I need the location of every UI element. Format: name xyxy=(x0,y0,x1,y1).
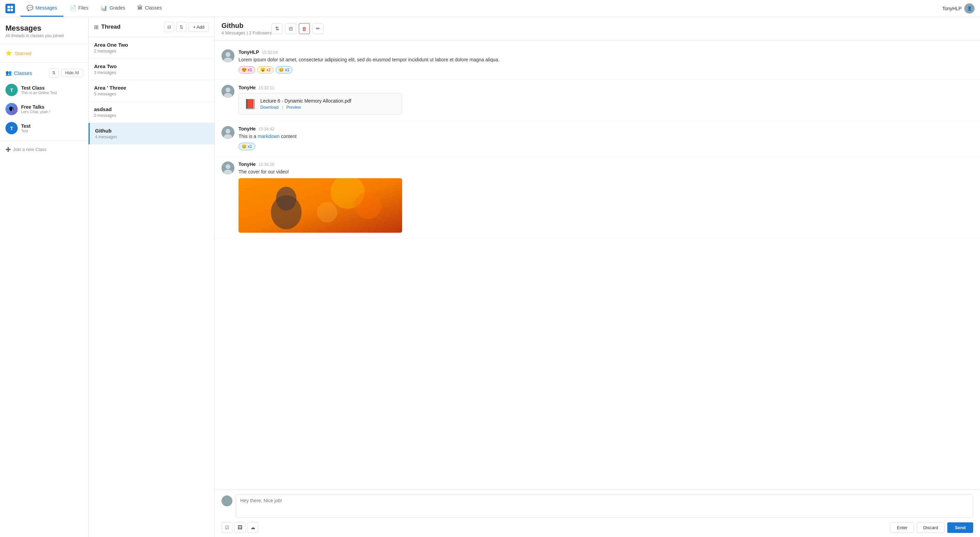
msg-body-1: TonyHLP 15:32:04 Lorem ipsum dolor sit a… xyxy=(239,49,973,74)
message-header: Github 4 Messages | 2 Followers ⇅ ⊟ 🗑 ✏ xyxy=(215,17,980,41)
msg-author-line-4: TonyHe 15:36:28 xyxy=(239,162,973,167)
app-logo[interactable] xyxy=(5,4,15,13)
class-item-test[interactable]: T Test Test xyxy=(0,119,88,138)
files-icon: 📄 xyxy=(70,5,76,11)
msg-author-line-2: TonyHe 15:33:11 xyxy=(239,85,973,90)
reaction-badge-smile[interactable]: 😊 x1 xyxy=(276,66,293,74)
msg-text-3: This is a markdown content xyxy=(239,133,973,140)
thread-count: 3 messages xyxy=(94,70,209,75)
tab-messages[interactable]: 💬 Messages xyxy=(21,0,64,17)
msg-markdown-link[interactable]: markdown xyxy=(258,133,280,139)
compose-input-wrap xyxy=(236,494,973,519)
message-header-info: Github 4 Messages | 2 Followers xyxy=(221,22,272,35)
class-item-test-class[interactable]: T Test Class This is an Online Test xyxy=(0,80,88,100)
msg-author-line-3: TonyHe 15:34:42 xyxy=(239,126,973,132)
file-attachment: 📕 Lecture 6 - Dynamic Memory Allocation.… xyxy=(239,93,402,115)
file-info: Lecture 6 - Dynamic Memory Allocation.pd… xyxy=(260,98,351,110)
user-avatar[interactable]: 👤 xyxy=(964,3,975,14)
reaction-badge-wow[interactable]: 😮 x2 xyxy=(257,66,274,74)
classes-sort-button[interactable]: ⇅ xyxy=(49,68,59,78)
thread-sort-btn[interactable]: ⇅ xyxy=(176,22,186,32)
msg-text-1: Lorem ipsum dolor sit amet, consectetur … xyxy=(239,56,973,64)
thread-item-asdsad[interactable]: asdsad 0 messages xyxy=(89,102,214,123)
thread-count: 2 messages xyxy=(94,49,209,54)
sidebar: Messages All threads in classes you join… xyxy=(0,17,89,537)
class-avatar-free-talks: 🗣 xyxy=(5,103,18,115)
msg-time-4: 15:36:28 xyxy=(258,162,274,167)
thread-grid-icon: ⊞ xyxy=(94,24,99,30)
main-nav: 💬 Messages 📄 Files 📊 Grades 🏛 Classes xyxy=(21,0,168,17)
svg-point-8 xyxy=(226,87,230,92)
tab-classes[interactable]: 🏛 Classes xyxy=(131,0,168,17)
grades-icon: 📊 xyxy=(100,5,107,11)
thread-name: Area ' Threee xyxy=(94,85,209,91)
msg-avatar-1 xyxy=(221,49,234,62)
join-class-label: Join a new Class xyxy=(13,147,46,152)
compose-checklist-btn[interactable]: ☑ xyxy=(221,522,232,533)
compose-upload-btn[interactable]: ☁ xyxy=(247,522,258,533)
class-name: Test Class xyxy=(21,85,83,91)
compose-row xyxy=(221,494,973,519)
thread-count: 0 messages xyxy=(94,113,209,118)
msg-author-line-1: TonyHLP 15:32:04 xyxy=(239,49,973,55)
hide-all-button[interactable]: Hide All xyxy=(61,69,83,77)
file-preview-link[interactable]: Preview xyxy=(286,105,301,110)
thread-item-area-one-two[interactable]: Area One Two 2 messages xyxy=(89,37,214,59)
thread-header: ⊞ Thread ⊟ ⇅ + Add xyxy=(89,17,214,37)
join-class-item[interactable]: ➕ Join a new Class xyxy=(0,143,88,156)
compose-input[interactable] xyxy=(236,494,973,518)
thread-view-btn[interactable]: ⊟ xyxy=(164,22,174,32)
thread-item-area-two[interactable]: Area Two 3 messages xyxy=(89,59,214,80)
send-button[interactable]: Send xyxy=(947,522,973,533)
sidebar-divider-3 xyxy=(0,140,88,141)
class-item-free-talks[interactable]: 🗣 Free Talks Let's Chat, yeah ! xyxy=(0,100,88,119)
reaction-badge-smile-3[interactable]: 😊 x1 xyxy=(239,143,255,150)
reaction-badge-heart[interactable]: 😍 x1 xyxy=(239,66,255,74)
thread-item-area-threee[interactable]: Area ' Threee 5 messages xyxy=(89,80,214,102)
enter-button[interactable]: Enter xyxy=(890,522,914,533)
svg-point-5 xyxy=(226,52,230,57)
tab-files[interactable]: 📄 Files xyxy=(64,0,95,17)
msg-avatar-3 xyxy=(221,126,234,139)
msg-author-3: TonyHe xyxy=(239,126,256,132)
tab-messages-label: Messages xyxy=(35,5,57,11)
svg-point-11 xyxy=(226,129,230,133)
svg-rect-0 xyxy=(8,5,10,8)
starred-item[interactable]: ⭐ Starred xyxy=(0,47,88,60)
message-view-btn[interactable]: ⊟ xyxy=(285,23,296,34)
message-sort-btn[interactable]: ⇅ xyxy=(272,23,283,34)
thread-name: Github xyxy=(95,128,209,133)
svg-point-20 xyxy=(355,192,382,219)
thread-add-button[interactable]: + Add xyxy=(188,22,209,32)
compose-user-avatar xyxy=(221,496,232,506)
thread-name: Area One Two xyxy=(94,42,209,48)
sidebar-title: Messages xyxy=(5,24,83,33)
nav-user-area: TonyHLP 👤 xyxy=(942,3,975,14)
thread-list: Area One Two 2 messages Area Two 3 messa… xyxy=(89,37,214,537)
class-info-test: Test Test xyxy=(21,123,83,133)
msg-body-3: TonyHe 15:34:42 This is a markdown conte… xyxy=(239,126,973,150)
thread-header-title: Thread xyxy=(101,24,161,30)
class-desc: Test xyxy=(21,129,83,133)
thread-item-github[interactable]: Github 4 messages xyxy=(89,123,214,145)
class-avatar-test: T xyxy=(5,122,18,134)
classes-person-icon: 👥 xyxy=(5,70,12,76)
file-download-link[interactable]: Download xyxy=(260,105,278,110)
message-edit-btn[interactable]: ✏ xyxy=(312,23,323,34)
thread-name: asdsad xyxy=(94,106,209,112)
thread-name: Area Two xyxy=(94,64,209,69)
sidebar-subtitle: All threads in classes you joined xyxy=(5,33,83,38)
discard-button[interactable]: Discard xyxy=(916,522,945,533)
classes-label: 👥 Classes xyxy=(5,70,46,76)
class-desc: This is an Online Test xyxy=(21,91,83,95)
star-icon: ⭐ xyxy=(5,50,12,56)
msg-author-1: TonyHLP xyxy=(239,49,259,55)
tab-files-label: Files xyxy=(78,5,89,11)
message-delete-btn[interactable]: 🗑 xyxy=(299,23,310,34)
msg-author-4: TonyHe xyxy=(239,162,256,167)
compose-image-btn[interactable]: 🖼 xyxy=(234,522,245,533)
msg-reactions-3: 😊 x1 xyxy=(239,143,973,150)
tab-grades[interactable]: 📊 Grades xyxy=(94,0,131,17)
msg-reactions-1: 😍 x1 😮 x2 😊 x1 xyxy=(239,66,973,74)
message-panel-title: Github xyxy=(221,22,272,30)
